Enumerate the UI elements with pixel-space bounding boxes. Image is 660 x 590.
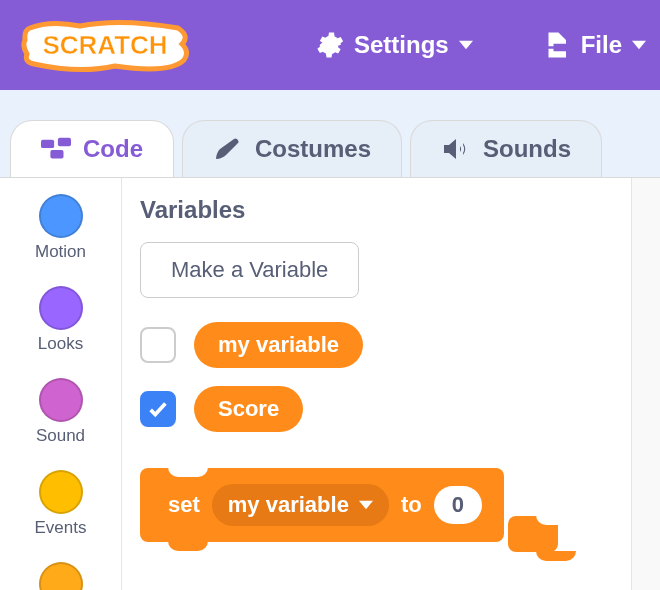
scripts-area-edge — [632, 178, 660, 590]
variable-monitor-checkbox[interactable] — [140, 391, 176, 427]
svg-rect-3 — [50, 150, 63, 158]
svg-rect-1 — [41, 140, 54, 148]
settings-menu[interactable]: Settings — [300, 22, 487, 68]
gear-icon — [314, 30, 344, 60]
chevron-down-icon — [459, 38, 473, 52]
speaker-icon — [441, 137, 471, 161]
block-value-input[interactable]: 0 — [434, 486, 482, 524]
file-menu[interactable]: File — [527, 22, 660, 68]
category-dot — [39, 562, 83, 590]
tab-code-label: Code — [83, 135, 143, 163]
category-rail: MotionLooksSoundEvents — [0, 178, 122, 590]
category-looks[interactable]: Looks — [0, 278, 121, 370]
category-control[interactable] — [0, 554, 121, 590]
scratch-logo[interactable]: SCRATCH — [20, 16, 190, 74]
variable-row: Score — [140, 386, 607, 432]
category-label: Sound — [36, 426, 85, 446]
tab-sounds-label: Sounds — [483, 135, 571, 163]
category-label: Motion — [35, 242, 86, 262]
tab-costumes[interactable]: Costumes — [182, 120, 402, 177]
block-variable-dropdown[interactable]: my variable — [212, 484, 389, 526]
category-events[interactable]: Events — [0, 462, 121, 554]
category-motion[interactable]: Motion — [0, 186, 121, 278]
variable-reporter-block[interactable]: Score — [194, 386, 303, 432]
category-label: Looks — [38, 334, 83, 354]
tab-sounds[interactable]: Sounds — [410, 120, 602, 177]
variable-row: my variable — [140, 322, 607, 368]
blocks-palette: Variables Make a Variable my variableSco… — [122, 178, 632, 590]
set-variable-block[interactable]: set my variable to 0 — [140, 468, 504, 542]
svg-rect-2 — [58, 138, 71, 146]
change-variable-block[interactable] — [508, 516, 558, 552]
svg-text:SCRATCH: SCRATCH — [42, 30, 167, 60]
code-tab-icon — [41, 137, 71, 161]
file-label: File — [581, 31, 622, 59]
block-text-to: to — [401, 492, 422, 518]
block-text-set: set — [168, 492, 200, 518]
settings-label: Settings — [354, 31, 449, 59]
category-dot — [39, 470, 83, 514]
variable-reporter-block[interactable]: my variable — [194, 322, 363, 368]
category-dot — [39, 378, 83, 422]
file-icon — [541, 30, 571, 60]
palette-section-title: Variables — [140, 196, 607, 224]
category-label: Events — [35, 518, 87, 538]
chevron-down-icon — [359, 500, 373, 510]
tabbar: Code Costumes Sounds — [0, 90, 660, 178]
category-sound[interactable]: Sound — [0, 370, 121, 462]
tab-costumes-label: Costumes — [255, 135, 371, 163]
variable-monitor-checkbox[interactable] — [140, 327, 176, 363]
category-dot — [39, 194, 83, 238]
check-icon — [147, 398, 169, 420]
paintbrush-icon — [213, 137, 243, 161]
chevron-down-icon — [632, 38, 646, 52]
workspace: MotionLooksSoundEvents Variables Make a … — [0, 178, 660, 590]
make-variable-button[interactable]: Make a Variable — [140, 242, 359, 298]
tab-code[interactable]: Code — [10, 120, 174, 177]
category-dot — [39, 286, 83, 330]
scratch-logo-icon: SCRATCH — [20, 16, 190, 74]
block-variable-dropdown-label: my variable — [228, 492, 349, 518]
menubar: SCRATCH Settings File — [0, 0, 660, 90]
